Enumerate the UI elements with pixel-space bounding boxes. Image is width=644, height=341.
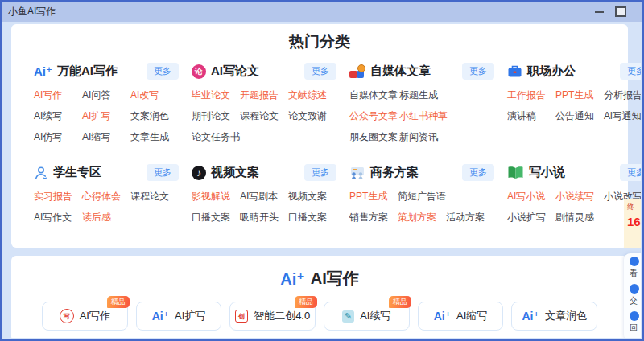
feature-button[interactable]: ✎AI续写精品 <box>324 302 410 331</box>
category-section: 论 AI写论文 更多 毕业论文开题报告文献综述期刊论文课程论文论文致谢论文任务书 <box>192 63 336 142</box>
category-link[interactable]: AI续写 <box>34 111 80 121</box>
category-link[interactable]: 课程论文 <box>130 191 177 202</box>
more-button[interactable]: 更多 <box>304 164 336 181</box>
promo-number: 16 <box>627 215 641 228</box>
category-link[interactable]: AI缩写 <box>82 132 129 142</box>
category-link[interactable]: 分析报告 <box>604 90 641 101</box>
media-icon <box>349 64 365 79</box>
category-section: ♪ 视频文案 更多 影视解说AI写剧本视频文案口播文案吸睛开头口播文案 <box>192 164 336 223</box>
category-title: AI写论文 <box>211 64 259 79</box>
category-link[interactable]: 论文致谢 <box>288 111 335 121</box>
more-button[interactable]: 更多 <box>462 164 494 181</box>
category-section: 学生专区 更多 实习报告心得体会课程论文AI写作文读后感 <box>34 164 179 223</box>
tool-icon <box>630 284 639 294</box>
category-link[interactable]: 演讲稿 <box>507 111 554 121</box>
feature-button[interactable]: Ai⁺文章润色 <box>511 302 597 331</box>
tool-icon <box>630 257 639 266</box>
feature-button-label: AI扩写 <box>175 309 205 323</box>
more-button[interactable]: 更多 <box>462 63 494 80</box>
business-icon <box>349 166 365 180</box>
category-link[interactable]: 活动方案 <box>446 212 493 223</box>
feature-button[interactable]: 创智能二创4.0精品 <box>229 302 316 331</box>
category-link[interactable]: 新闻资讯 <box>399 132 446 142</box>
category-link[interactable]: 剧情灵感 <box>555 212 602 223</box>
feature-button-label: AI写作 <box>80 309 110 323</box>
minimize-button[interactable] <box>595 11 604 13</box>
category-link[interactable]: 心得体会 <box>82 191 129 202</box>
category-link[interactable]: 策划方案 <box>398 212 444 223</box>
floating-tool-item[interactable]: 交 <box>624 284 641 306</box>
feature-button-label: 文章润色 <box>545 309 587 323</box>
promo-widget[interactable]: 终 16 <box>624 199 641 248</box>
category-link[interactable]: 论文任务书 <box>192 132 240 142</box>
feature-button[interactable]: Ai⁺AI扩写 <box>136 302 222 331</box>
category-link[interactable]: 吸睛开头 <box>240 212 287 223</box>
category-link[interactable]: 工作报告 <box>507 90 554 101</box>
category-link[interactable]: AI改写 <box>130 90 177 101</box>
feature-button[interactable]: 写AI写作精品 <box>42 302 128 331</box>
category-title: 自媒体文章 <box>370 64 431 79</box>
ai-writing-heading: Ai⁺ AI写作 <box>11 268 628 290</box>
premium-badge: 精品 <box>389 296 411 308</box>
category-link[interactable]: AI写小说 <box>507 191 554 202</box>
category-link[interactable]: 标题生成 <box>399 90 446 101</box>
category-link[interactable]: 读后感 <box>82 212 129 223</box>
category-link[interactable]: 影视解说 <box>192 191 238 202</box>
category-link[interactable]: 实习报告 <box>34 191 80 202</box>
category-section: 职场办公 更多 工作报告PPT生成分析报告演讲稿公告通知Ai写通知 <box>507 63 641 142</box>
category-link[interactable]: AI写作 <box>34 90 80 101</box>
aiplus-icon: Ai⁺ <box>34 64 52 79</box>
tool-label: 看 <box>630 268 638 279</box>
category-link[interactable]: 简短广告语 <box>398 191 446 202</box>
premium-badge: 精品 <box>295 296 317 308</box>
category-link[interactable]: PPT生成 <box>349 191 396 202</box>
category-link[interactable]: 公众号文章 <box>349 111 398 121</box>
category-section: 商务方案 更多 PPT生成简短广告语销售方案策划方案活动方案 <box>349 164 494 223</box>
premium-badge: 精品 <box>107 296 130 308</box>
hot-categories-title: 热门分类 <box>11 24 628 52</box>
more-button[interactable]: 更多 <box>620 164 641 181</box>
category-link[interactable]: AI仿写 <box>34 132 80 142</box>
more-button[interactable]: 更多 <box>147 63 179 80</box>
floating-tool-item[interactable]: 回 <box>624 311 641 334</box>
category-link[interactable]: 文章生成 <box>130 132 177 142</box>
category-link[interactable]: 开题报告 <box>240 90 287 101</box>
category-link[interactable]: Ai写通知 <box>604 111 641 121</box>
more-button[interactable]: 更多 <box>620 63 641 80</box>
category-link[interactable]: 视频文案 <box>288 191 335 202</box>
category-link[interactable]: AI写剧本 <box>240 191 287 202</box>
category-link[interactable]: 毕业论文 <box>192 90 238 101</box>
category-link[interactable]: AI写作文 <box>34 212 80 223</box>
category-link[interactable]: 口播文案 <box>288 212 335 223</box>
more-button[interactable]: 更多 <box>147 164 179 181</box>
category-link[interactable]: 期刊论文 <box>192 111 238 121</box>
category-link[interactable]: 文献综述 <box>288 90 335 101</box>
aiplus-logo-icon: Ai⁺ <box>280 269 305 289</box>
category-link[interactable]: 自媒体文章 <box>349 90 398 101</box>
category-link[interactable]: PPT生成 <box>555 90 602 101</box>
tool-label: 回 <box>630 323 638 334</box>
category-link[interactable]: AI扩写 <box>82 111 129 121</box>
category-link[interactable]: 销售方案 <box>349 212 396 223</box>
category-link[interactable]: 课程论文 <box>240 111 287 121</box>
feature-button[interactable]: Ai⁺AI缩写 <box>418 302 504 331</box>
category-link[interactable]: 文案润色 <box>130 111 177 121</box>
category-link[interactable]: 公告通知 <box>555 111 602 121</box>
maximize-button[interactable] <box>615 6 626 17</box>
category-link[interactable]: 小说续写 <box>555 191 602 202</box>
category-link[interactable]: 小说扩写 <box>507 212 554 223</box>
aiplus-icon: Ai⁺ <box>152 310 169 323</box>
novel-icon <box>507 166 524 180</box>
feature-button-label: AI缩写 <box>456 309 487 323</box>
pen-icon: ✎ <box>342 310 354 323</box>
feature-button-label: AI续写 <box>360 309 390 323</box>
category-link[interactable]: 朋友圈文案 <box>349 132 398 142</box>
more-button[interactable]: 更多 <box>304 63 336 80</box>
feature-button-row: 写AI写作精品Ai⁺AI扩写创智能二创4.0精品✎AI续写精品Ai⁺AI缩写Ai… <box>11 302 628 331</box>
category-link[interactable]: AI问答 <box>82 90 129 101</box>
red-square-icon: 创 <box>235 310 248 323</box>
promo-text: 终 <box>627 202 641 212</box>
category-link[interactable]: 小红书种草 <box>399 111 448 121</box>
floating-tool-item[interactable]: 看 <box>624 257 641 279</box>
category-link[interactable]: 口播文案 <box>192 212 238 223</box>
